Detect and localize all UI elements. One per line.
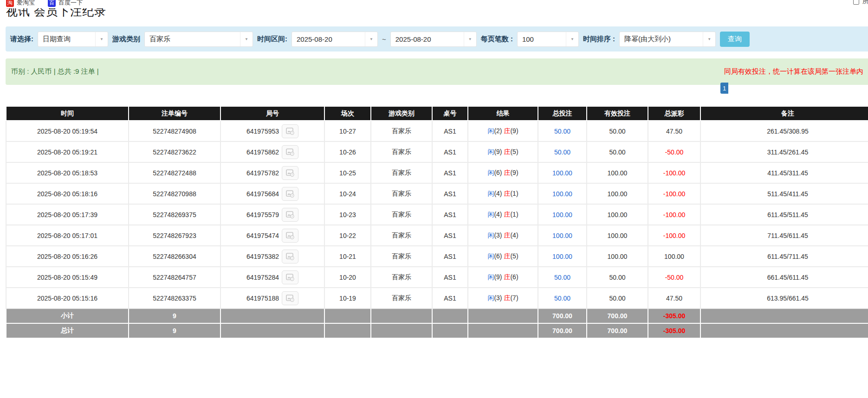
total-bet-link[interactable]: 100.00 (552, 253, 572, 260)
cell-time: 2025-08-20 05:17:39 (6, 204, 129, 225)
cell-payout: -100.00 (648, 225, 700, 246)
cell-note: 611.45/511.45 (700, 204, 868, 225)
cell-note: 311.45/261.45 (700, 141, 868, 162)
cell-session: 10-19 (324, 288, 371, 308)
player-label: 闲 (487, 169, 494, 176)
date-from-value: 2025-08-20 (292, 32, 365, 46)
total-bet-link[interactable]: 100.00 (552, 232, 572, 239)
table-row: 2025-08-20 05:17:39 522748269375 6419755… (6, 204, 868, 225)
total-bet-link[interactable]: 50.00 (554, 295, 570, 302)
date-to-input[interactable]: 2025-08-20 ▼ (390, 32, 477, 47)
chevron-down-icon[interactable]: ▼ (703, 32, 715, 46)
query-button[interactable]: 查询 (720, 32, 750, 47)
cell-time: 2025-08-20 05:17:01 (6, 225, 129, 246)
pagination-page-1[interactable]: 1 (720, 83, 728, 94)
player-score: (9) (494, 273, 502, 281)
replay-video-button[interactable] (282, 187, 298, 201)
chevron-down-icon[interactable]: ▼ (95, 32, 108, 46)
bet-records-table-container: 时间 注单编号 局号 场次 游戏类别 桌号 结果 总投注 有效投注 总派彩 备注… (6, 106, 868, 339)
game-category-label: 游戏类别 (112, 35, 140, 44)
round-number: 641975579 (246, 211, 279, 218)
total-bet-link[interactable]: 50.00 (554, 128, 570, 135)
bet-records-table: 时间 注单编号 局号 场次 游戏类别 桌号 结果 总投注 有效投注 总派彩 备注… (6, 106, 868, 339)
cell-session: 10-22 (324, 225, 371, 246)
banker-label: 庄 (504, 211, 510, 218)
game-category-select[interactable]: 百家乐 ▼ (144, 32, 253, 47)
sort-select[interactable]: 降幂(由大到小) ▼ (619, 32, 716, 47)
date-from-input[interactable]: 2025-08-20 ▼ (291, 32, 378, 47)
date-tilde: ~ (382, 35, 386, 43)
bookmark-baidu[interactable]: 百 百度一下 (48, 0, 83, 7)
currency-total-text: 币别 : 人民币 | 总共 :9 注单 | (11, 67, 99, 76)
total-bet-link[interactable]: 100.00 (552, 211, 572, 218)
bookmark-aitaobao[interactable]: 淘 爱淘宝 (6, 0, 35, 7)
cell-valid-bet: 50.00 (587, 141, 648, 162)
cell-session: 10-20 (324, 267, 371, 288)
total-bet-link[interactable]: 50.00 (554, 274, 570, 281)
video-file-icon (286, 211, 295, 218)
cell-note: 511.45/411.45 (700, 183, 868, 204)
round-number: 641975474 (246, 232, 279, 239)
chevron-down-icon[interactable]: ▼ (240, 32, 253, 46)
cell-total-bet: 50.00 (538, 141, 587, 162)
video-file-icon (286, 253, 295, 260)
banker-label: 庄 (504, 231, 510, 239)
query-type-select[interactable]: 日期查询 ▼ (38, 32, 108, 47)
cell-table-no: AS1 (432, 246, 468, 267)
replay-video-button[interactable] (282, 270, 298, 284)
player-label: 闲 (487, 211, 494, 218)
video-file-icon (286, 274, 295, 281)
replay-video-button[interactable] (282, 208, 298, 222)
same-round-notice: 同局有效投注，统一计算在该局第一张注单内 (724, 67, 863, 76)
video-file-icon (286, 232, 295, 239)
all-bookmarks[interactable]: 所有 (853, 0, 868, 6)
total-bet-link[interactable]: 100.00 (552, 169, 572, 177)
col-result: 结果 (468, 106, 538, 121)
table-row: 2025-08-20 05:18:53 522748272488 6419757… (6, 162, 868, 183)
chevron-down-icon[interactable]: ▼ (365, 32, 377, 46)
replay-video-button[interactable] (282, 229, 298, 243)
game-category-value: 百家乐 (145, 32, 240, 46)
cell-valid-bet: 100.00 (587, 162, 648, 183)
chevron-down-icon[interactable]: ▼ (566, 32, 578, 46)
cell-valid-bet: 50.00 (587, 288, 648, 308)
total-payout: -305.00 (648, 323, 700, 338)
cell-bet-id: 522748272488 (129, 162, 220, 183)
cell-result: 闲(6) 庄(5) (468, 246, 538, 267)
player-label: 闲 (487, 148, 494, 155)
cell-valid-bet: 100.00 (587, 183, 648, 204)
cell-payout: 47.50 (648, 288, 700, 308)
date-range-label: 时间区间: (257, 35, 287, 44)
cell-valid-bet: 50.00 (587, 121, 648, 141)
total-count: 9 (129, 323, 220, 338)
page-size-select[interactable]: 100 ▼ (517, 32, 579, 47)
total-label: 总计 (6, 323, 129, 338)
cell-table-no: AS1 (432, 141, 468, 162)
cell-note: 611.45/711.45 (700, 246, 868, 267)
video-file-icon (286, 295, 295, 302)
subtotal-payout: -305.00 (648, 308, 700, 323)
total-bet-link[interactable]: 50.00 (554, 148, 570, 156)
bookmark-label: 爱淘宝 (17, 0, 35, 7)
replay-video-button[interactable] (282, 124, 298, 138)
cell-result: 闲(6) 庄(9) (468, 162, 538, 183)
replay-video-button[interactable] (282, 145, 298, 159)
bookmark-label: 百度一下 (58, 0, 83, 7)
replay-video-button[interactable] (282, 250, 298, 263)
cell-total-bet: 100.00 (538, 246, 587, 267)
cell-time: 2025-08-20 05:15:49 (6, 267, 129, 288)
subtotal-valid-bet: 700.00 (587, 308, 648, 323)
round-number: 641975782 (246, 169, 279, 177)
col-round: 局号 (220, 106, 324, 121)
total-valid-bet: 700.00 (587, 323, 648, 338)
replay-video-button[interactable] (282, 166, 298, 180)
total-bet-link[interactable]: 100.00 (552, 190, 572, 198)
replay-video-button[interactable] (282, 291, 298, 305)
cell-total-bet: 100.00 (538, 183, 587, 204)
cell-game: 百家乐 (371, 162, 432, 183)
cell-bet-id: 522748267923 (129, 225, 220, 246)
banker-score: (7) (510, 294, 518, 302)
chevron-down-icon[interactable]: ▼ (464, 32, 476, 46)
player-score: (6) (494, 169, 502, 176)
round-number: 641975284 (246, 274, 279, 281)
